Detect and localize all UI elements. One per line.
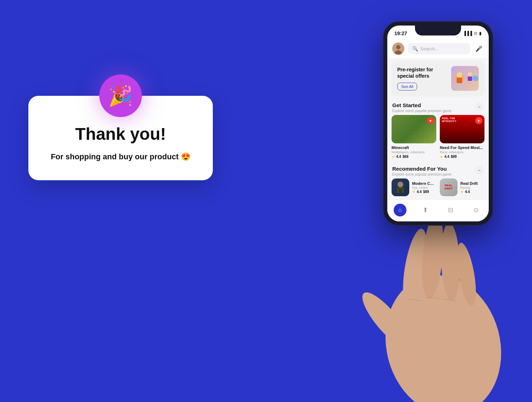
signal-icon: ▐▐▐ bbox=[463, 31, 472, 36]
rd-genre: Racing bbox=[460, 186, 478, 189]
home-icon[interactable]: ⌂ bbox=[394, 204, 406, 216]
see-all-button[interactable]: See All bbox=[397, 83, 417, 90]
recommended-title: Recomended For You bbox=[392, 166, 451, 172]
nfs-price: $89 bbox=[451, 155, 457, 159]
banner-image bbox=[451, 66, 479, 91]
recommended-arrow[interactable]: → bbox=[475, 166, 484, 175]
banner-title: Pre-register for special offers bbox=[397, 66, 451, 79]
status-icons: ▐▐▐ ⊙ ▮ bbox=[463, 31, 482, 36]
rd-info: Real Drift Racing ★ 4.4 bbox=[460, 181, 478, 194]
mc4-rating: 4.4 bbox=[417, 190, 422, 194]
phone-notch bbox=[415, 26, 461, 35]
svg-point-7 bbox=[468, 72, 472, 76]
rd-name: Real Drift bbox=[460, 181, 478, 186]
nav-upload[interactable]: ⬆ bbox=[419, 204, 432, 216]
game-card-nfs[interactable]: FEEL THEINTENSITY ♥ Need For Speed Most.… bbox=[440, 115, 484, 159]
recommended-games-row: Modern Combat 4:... Fps, Action ★ 4.4 $8… bbox=[387, 178, 489, 200]
svg-rect-8 bbox=[468, 77, 472, 81]
rd-thumbnail: REALDRIFT bbox=[440, 178, 458, 196]
mc4-star: ★ bbox=[412, 190, 415, 194]
recommended-subtitle: Explore some popular premium game bbox=[392, 172, 451, 176]
nfs-name: Need For Speed Most... bbox=[440, 145, 484, 150]
mc4-info: Modern Combat 4:... Fps, Action ★ 4.4 $8… bbox=[412, 181, 436, 194]
rd-rating: 4.4 bbox=[465, 190, 470, 194]
avatar[interactable] bbox=[392, 43, 404, 55]
mc4-genre: Fps, Action bbox=[412, 186, 436, 189]
status-time: 19:27 bbox=[394, 31, 407, 36]
minecraft-thumbnail: ♥ bbox=[392, 115, 436, 143]
mc4-name: Modern Combat 4:... bbox=[412, 181, 436, 186]
minecraft-genre: Multiplayers, Adventure bbox=[392, 150, 436, 154]
svg-point-4 bbox=[457, 72, 462, 78]
minecraft-name: Minecraft bbox=[392, 145, 436, 150]
get-started-header: Get Started Explore some popular premium… bbox=[387, 99, 489, 115]
mc4-rating-row: ★ 4.4 $89 bbox=[412, 190, 436, 194]
search-input[interactable]: 🔍 Search... bbox=[408, 43, 470, 54]
phone-screen: 19:27 ▐▐▐ ⊙ ▮ 🔍 Searc bbox=[387, 26, 489, 221]
promo-banner[interactable]: Pre-register for special offers See All bbox=[392, 60, 484, 97]
minecraft-rating: 4.4 bbox=[396, 155, 401, 159]
svg-point-10 bbox=[398, 182, 403, 187]
rec-game-mc4[interactable]: Modern Combat 4:... Fps, Action ★ 4.4 $8… bbox=[392, 178, 436, 196]
rd-star: ★ bbox=[460, 190, 464, 194]
games-row: ♥ Minecraft Multiplayers, Adventure ★ 4.… bbox=[387, 115, 489, 162]
profile-icon[interactable]: ⊙ bbox=[470, 204, 482, 216]
game-card-minecraft[interactable]: ♥ Minecraft Multiplayers, Adventure ★ 4.… bbox=[392, 115, 436, 159]
search-bar-row: 🔍 Search... 🎤 bbox=[387, 39, 489, 58]
search-icon: 🔍 bbox=[412, 46, 418, 51]
nfs-heart: ♥ bbox=[475, 117, 482, 124]
get-started-subtitle: Explore some popular premium game bbox=[392, 109, 451, 113]
get-started-arrow[interactable]: → bbox=[475, 102, 484, 111]
nfs-genre: Race, Adventure bbox=[440, 150, 484, 154]
battery-icon: ▮ bbox=[479, 31, 482, 36]
tag-icon[interactable]: ⊟ bbox=[444, 204, 457, 216]
bottom-nav: ⌂ ⬆ ⊟ ⊙ bbox=[387, 200, 489, 221]
wifi-icon: ⊙ bbox=[474, 31, 477, 36]
minecraft-price: $69 bbox=[403, 155, 409, 159]
mc4-price: $89 bbox=[423, 190, 429, 194]
nfs-thumbnail: FEEL THEINTENSITY ♥ bbox=[440, 115, 484, 143]
feel-text: FEEL THEINTENSITY bbox=[442, 117, 456, 122]
minecraft-star: ★ bbox=[392, 155, 395, 159]
recommended-header: Recomended For You Explore some popular … bbox=[387, 162, 489, 178]
minecraft-rating-row: ★ 4.4 $69 bbox=[392, 155, 436, 159]
party-icon: 🎉 bbox=[99, 75, 142, 117]
nfs-star: ★ bbox=[440, 155, 443, 159]
mc4-thumbnail bbox=[392, 178, 409, 196]
get-started-title-group: Get Started Explore some popular premium… bbox=[392, 102, 451, 113]
get-started-title: Get Started bbox=[392, 102, 451, 108]
banner-text: Pre-register for special offers See All bbox=[397, 66, 451, 90]
svg-rect-5 bbox=[457, 78, 462, 83]
search-placeholder: Search... bbox=[420, 46, 439, 51]
thank-you-title: Thank you! bbox=[46, 124, 195, 144]
nfs-rating: 4.4 bbox=[444, 155, 449, 159]
rec-game-rd[interactable]: REALDRIFT Real Drift Racing ★ 4.4 bbox=[440, 178, 484, 196]
svg-point-9 bbox=[473, 76, 478, 81]
nav-profile[interactable]: ⊙ bbox=[470, 204, 482, 216]
phone-section: 19:27 ▐▐▐ ⊙ ▮ 🔍 Searc bbox=[383, 21, 504, 226]
rd-rating-row: ★ 4.4 bbox=[460, 190, 478, 194]
nfs-rating-row: ★ 4.4 $89 bbox=[440, 155, 484, 159]
minecraft-heart: ♥ bbox=[427, 117, 434, 124]
thank-you-section: 🎉 Thank you! For shopping and buy our pr… bbox=[28, 96, 213, 180]
svg-rect-12 bbox=[399, 189, 402, 193]
svg-point-1 bbox=[396, 45, 400, 49]
recommended-title-group: Recomended For You Explore some popular … bbox=[392, 166, 451, 176]
upload-icon[interactable]: ⬆ bbox=[419, 204, 432, 216]
real-drift-logo: REALDRIFT bbox=[444, 184, 453, 191]
nav-home[interactable]: ⌂ bbox=[394, 204, 406, 216]
thank-you-subtitle: For shopping and buy our product 😍 bbox=[46, 151, 195, 163]
nav-tag[interactable]: ⊟ bbox=[444, 204, 457, 216]
mic-icon[interactable]: 🎤 bbox=[474, 44, 484, 54]
phone-device: 19:27 ▐▐▐ ⊙ ▮ 🔍 Searc bbox=[383, 21, 493, 226]
